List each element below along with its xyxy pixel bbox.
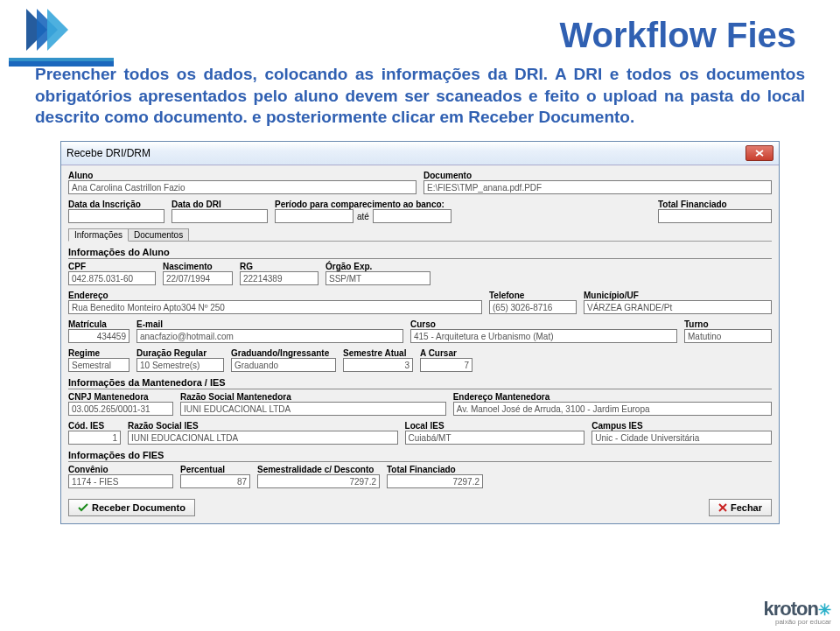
documento-label: Documento [424,171,772,180]
curso-input[interactable]: 415 - Arquitetura e Urbanismo (Mat) [410,329,677,343]
razao-mant-label: Razão Social Mantenedora [180,392,446,402]
razao-mant-input[interactable]: IUNI EDUCACIONAL LTDA [180,402,446,416]
tabs: Informações Documentos [68,228,772,242]
kroton-name: kroton [764,598,818,620]
endereco-label: Endereço [68,291,482,300]
matricula-input[interactable]: 434459 [68,329,130,343]
close-button[interactable] [746,145,774,161]
regime-input[interactable]: Semestral [68,358,130,372]
slide-title: Workflow Fies [35,16,805,55]
graduando-input[interactable]: Graduando [231,358,336,372]
turno-label: Turno [684,319,772,329]
endereco-input[interactable]: Rua Benedito Monteiro Apto304 Nº 250 [68,300,482,314]
window-title: Recebe DRI/DRM [66,147,150,159]
telefone-input[interactable]: (65) 3026-8716 [489,300,577,314]
receber-label: Receber Documento [92,502,186,513]
local-ies-input[interactable]: Cuiabá/MT [405,431,585,445]
kroton-logo: kroton✳ paixão por educar [764,598,831,626]
slide-logo [0,0,114,74]
a-cursar-input[interactable]: 7 [420,358,472,372]
section-mantenedora-title: Informações da Mantenedora / IES [68,377,772,389]
percentual-input[interactable]: 87 [180,474,250,488]
matricula-label: Matrícula [68,319,130,329]
svg-marker-2 [47,9,68,51]
section-aluno-title: Informações do Aluno [68,247,772,259]
campus-ies-input[interactable]: Unic - Cidade Universitária [592,431,772,445]
razao-ies-input[interactable]: IUNI EDUCACIONAL LTDA [128,431,398,445]
regime-label: Regime [68,348,130,358]
fechar-label: Fechar [731,502,762,513]
aluno-label: Aluno [68,171,416,180]
duracao-input[interactable]: 10 Semestre(s) [136,358,224,372]
data-dri-input[interactable] [172,209,268,223]
rg-input[interactable]: 22214389 [240,271,318,285]
slide-body-text: Preencher todos os dados, colocando as i… [35,64,805,129]
tab-documentos[interactable]: Documentos [128,228,189,242]
cpf-label: CPF [68,262,156,271]
periodo-to-input[interactable] [373,209,452,223]
semestralidade-input[interactable]: 7297.2 [257,474,380,488]
window-titlebar: Recebe DRI/DRM [61,142,779,165]
cnpj-label: CNPJ Mantenedora [68,392,173,402]
section-fies-title: Informações do FIES [68,450,772,462]
cpf-input[interactable]: 042.875.031-60 [68,271,156,285]
semestre-atual-input[interactable]: 3 [343,358,413,372]
aluno-input[interactable]: Ana Carolina Castrillon Fazio [68,180,416,194]
end-mant-input[interactable]: Av. Manoel José de Arruda, 3100 - Jardim… [453,402,772,416]
periodo-sep: até [357,212,369,221]
svg-rect-4 [9,61,114,67]
rg-label: RG [240,262,318,271]
app-window: Recebe DRI/DRM Aluno Ana Carolina Castri… [60,141,780,524]
nascimento-label: Nascimento [163,262,233,271]
svg-rect-3 [9,58,114,61]
email-label: E-mail [136,319,403,329]
a-cursar-label: A Cursar [420,348,472,358]
semestralidade-label: Semestralidade c/ Desconto [257,465,380,474]
percentual-label: Percentual [180,465,250,474]
razao-ies-label: Razão Social IES [128,421,398,431]
periodo-label: Período para comparecimento ao banco: [275,200,651,209]
total-fin-top-label: Total Financiado [658,200,772,209]
kroton-mark-icon: ✳ [818,601,831,619]
tab-informacoes[interactable]: Informações [68,228,129,242]
telefone-label: Telefone [489,291,577,300]
receber-documento-button[interactable]: Receber Documento [68,499,195,516]
graduando-label: Graduando/Ingressante [231,348,336,358]
municipio-input[interactable]: VÁRZEA GRANDE/Pt [584,300,772,314]
cod-ies-label: Cód. IES [68,421,121,431]
fechar-button[interactable]: Fechar [709,499,772,516]
municipio-label: Município/UF [584,291,772,300]
total-fin-label: Total Financiado [387,465,483,474]
end-mant-label: Endereço Mantenedora [453,392,772,402]
data-inscricao-label: Data da Inscrição [68,200,164,209]
local-ies-label: Local IES [405,421,585,431]
close-icon [755,150,764,157]
total-fin-input[interactable]: 7297.2 [387,474,483,488]
convenio-input[interactable]: 1174 - FIES [68,474,173,488]
total-fin-top-input[interactable] [658,209,772,223]
documento-input[interactable]: E:\FIES\TMP_anana.pdf.PDF [424,180,772,194]
periodo-from-input[interactable] [275,209,354,223]
cod-ies-input[interactable]: 1 [68,431,121,445]
semestre-atual-label: Semestre Atual [343,348,413,358]
email-input[interactable]: anacfazio@hotmail.com [136,329,403,343]
orgao-label: Órgão Exp. [326,262,430,271]
nascimento-input[interactable]: 22/07/1994 [163,271,233,285]
data-inscricao-input[interactable] [68,209,164,223]
orgao-input[interactable]: SSP/MT [326,271,430,285]
cnpj-input[interactable]: 03.005.265/0001-31 [68,402,173,416]
campus-ies-label: Campus IES [592,421,772,431]
duracao-label: Duração Regular [136,348,224,358]
x-icon [718,503,727,512]
check-icon [78,503,88,512]
convenio-label: Convênio [68,465,173,474]
data-dri-label: Data do DRI [172,200,268,209]
curso-label: Curso [410,319,677,329]
turno-input[interactable]: Matutino [684,329,772,343]
